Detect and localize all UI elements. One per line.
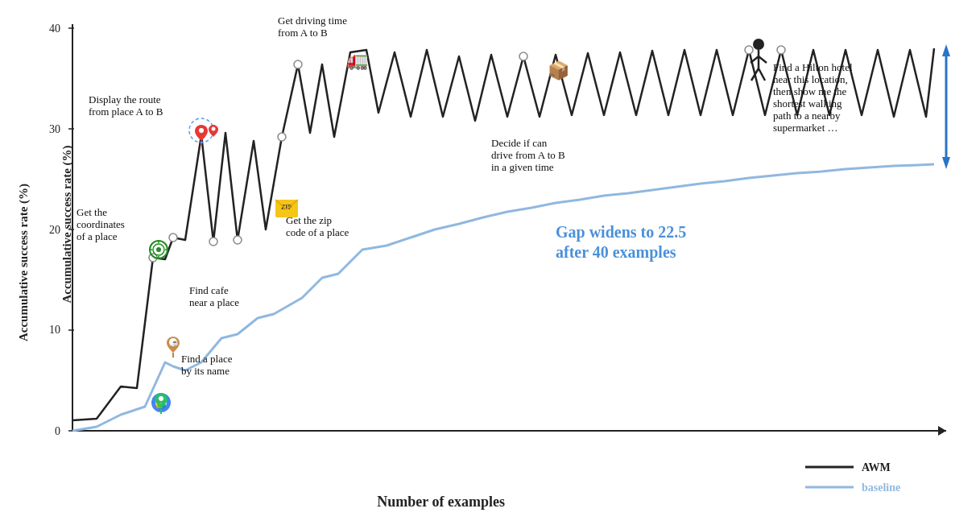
svg-text:by its name: by its name (181, 365, 229, 377)
svg-text:from A to B: from A to B (278, 27, 328, 39)
svg-point-49 (753, 39, 764, 50)
svg-text:Find cafe: Find cafe (189, 284, 229, 296)
svg-text:near this location,: near this location, (773, 73, 848, 85)
svg-marker-2 (938, 426, 946, 436)
x-axis-label: Number of examples (377, 494, 505, 511)
svg-text:after 40 examples: after 40 examples (556, 243, 676, 262)
svg-line-54 (759, 68, 765, 81)
svg-text:supermarket …: supermarket … (773, 122, 838, 134)
chart-svg: 0 10 20 30 40 (0, 0, 980, 525)
svg-text:Get the: Get the (76, 206, 107, 218)
svg-point-17 (278, 133, 286, 141)
svg-point-41 (199, 128, 204, 133)
svg-text:shortest walking: shortest walking (773, 97, 842, 110)
svg-text:Decide if can: Decide if can (491, 137, 548, 149)
svg-line-52 (759, 56, 767, 63)
svg-text:in a given time: in a given time (491, 161, 554, 173)
svg-text:Get the zip: Get the zip (286, 214, 332, 226)
svg-point-14 (169, 234, 177, 242)
svg-text:AWM: AWM (862, 461, 891, 473)
svg-text:☕: ☕ (172, 339, 179, 346)
chart-container: Accumulative success rate (%) 0 10 20 30… (0, 0, 980, 525)
svg-text:path to a nearby: path to a nearby (773, 110, 841, 122)
svg-text:30: 30 (49, 123, 60, 135)
svg-point-15 (209, 238, 217, 246)
svg-marker-57 (942, 157, 950, 169)
svg-text:of a place: of a place (76, 230, 118, 242)
svg-text:code of a place: code of a place (286, 226, 349, 238)
svg-text:Gap widens to 22.5: Gap widens to 22.5 (556, 223, 686, 242)
svg-point-19 (519, 52, 527, 60)
svg-text:near a place: near a place (189, 296, 239, 308)
svg-text:Display the route: Display the route (89, 93, 161, 105)
svg-text:40: 40 (49, 23, 60, 35)
y-axis-label: Accumulative success rate (%) (17, 184, 31, 341)
svg-text:🚛: 🚛 (346, 49, 369, 71)
svg-text:Find a place: Find a place (181, 353, 233, 365)
svg-text:📦: 📦 (548, 60, 570, 81)
svg-text:drive from A to B: drive from A to B (491, 149, 565, 161)
svg-text:10: 10 (49, 324, 60, 336)
svg-text:0: 0 (55, 425, 60, 437)
svg-text:coordinates: coordinates (76, 218, 125, 230)
svg-text:Get driving time: Get driving time (278, 14, 347, 27)
svg-point-21 (777, 46, 785, 54)
svg-point-44 (212, 127, 216, 131)
svg-point-29 (159, 396, 163, 401)
svg-text:from place A to B: from place A to B (89, 105, 163, 118)
svg-point-36 (156, 247, 161, 252)
svg-text:baseline: baseline (862, 482, 900, 494)
svg-text:20: 20 (49, 224, 60, 236)
svg-point-20 (745, 46, 753, 54)
svg-point-18 (294, 60, 302, 68)
svg-marker-56 (942, 44, 950, 56)
svg-text:Find a Hilton hotel: Find a Hilton hotel (773, 61, 853, 73)
svg-text:then show me the: then show me the (773, 85, 847, 97)
svg-point-16 (234, 236, 242, 244)
